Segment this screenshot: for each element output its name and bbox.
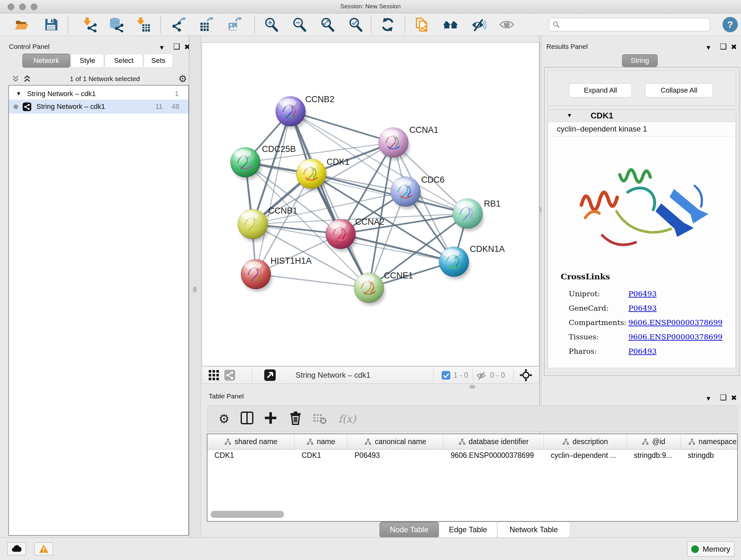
tab-edge-table[interactable]: Edge Table [439, 522, 497, 538]
network-node-label: CCNA1 [409, 125, 439, 135]
network-collection-row[interactable]: ▼ String Network – cdk1 1 [9, 88, 188, 100]
tab-select[interactable]: Select [105, 54, 143, 68]
viewbar-divider [252, 368, 252, 382]
crosslink-link[interactable]: P06493 [628, 347, 657, 355]
show-hidden-icon[interactable] [499, 17, 515, 32]
fit-content-crosshair-icon[interactable] [520, 369, 532, 381]
column-header-database-identifier[interactable]: database identifier [444, 434, 544, 449]
import-table-file-icon[interactable] [135, 17, 151, 32]
crosslink-link[interactable]: P06493 [628, 304, 657, 312]
table-cell[interactable]: stringdb:9... [627, 451, 681, 460]
collection-caret-icon[interactable]: ▼ [16, 91, 21, 97]
memory-button[interactable]: Memory [687, 542, 734, 557]
tab-sets[interactable]: Sets [144, 54, 173, 68]
export-table-icon[interactable] [199, 17, 214, 32]
table-panel-close-icon[interactable]: ✖ [731, 395, 737, 401]
function-builder-icon[interactable]: f(x) [336, 411, 358, 427]
crosslinks-list: Uniprot:P06493GeneCard:P06493Compartment… [569, 287, 729, 358]
warning-status-button[interactable] [35, 543, 53, 555]
gene-section-header[interactable]: ▼ CDK1 [548, 110, 736, 122]
table-cell[interactable]: stringdb [681, 451, 738, 460]
import-network-database-icon[interactable] [109, 17, 124, 32]
network-collection-list: ▼ String Network – cdk1 1 String Network… [8, 85, 189, 536]
column-header-name[interactable]: name [294, 434, 347, 449]
table-cell[interactable]: CDK1 [207, 451, 294, 460]
network-canvas[interactable]: CCNB2CCNA1CDC25BCDK1CDC6RB1CCNB1CCNA2CDK… [202, 43, 539, 366]
tab-string[interactable]: String [622, 54, 658, 67]
selected-checkbox-icon[interactable] [442, 371, 450, 380]
column-header-canonical-name[interactable]: canonical name [347, 434, 444, 449]
expand-all-button[interactable]: Expand All [569, 83, 632, 98]
search-input[interactable] [562, 21, 706, 28]
zoom-fit-icon[interactable] [320, 17, 335, 32]
search-field[interactable] [549, 18, 710, 31]
memory-label: Memory [703, 545, 731, 554]
open-file-icon[interactable] [14, 17, 29, 32]
bottom-splitter-handle[interactable] [469, 385, 475, 388]
left-splitter-handle[interactable] [193, 287, 197, 293]
table-options-gear-icon[interactable]: ⚙ [216, 411, 232, 427]
collapse-all-button[interactable]: Collapse All [645, 83, 713, 98]
network-row-label: String Network – cdk1 [37, 103, 105, 111]
control-panel-collapse-icon[interactable]: ▼ [158, 44, 165, 51]
show-all-networks-icon[interactable] [443, 17, 458, 32]
column-type-icon [562, 438, 569, 445]
tab-network[interactable]: Network [22, 54, 70, 68]
expand-all-icon[interactable] [23, 75, 31, 83]
table-cell[interactable]: P06493 [347, 451, 444, 460]
zoom-selected-icon[interactable] [348, 17, 363, 32]
hidden-node-edge-counter: 0 - 0 [490, 371, 505, 380]
crosslink-link[interactable]: 9606.ENSP00000378699 [628, 333, 723, 341]
network-edge[interactable] [256, 274, 369, 288]
tab-node-table[interactable]: Node Table [380, 522, 439, 538]
crosslink-link[interactable]: P06493 [628, 290, 657, 298]
table-cell[interactable]: CDK1 [294, 451, 347, 460]
status-bar: Memory [0, 537, 741, 560]
table-cell[interactable]: 9606.ENSP00000378699 [444, 451, 544, 460]
window-title: Session: New Session [0, 3, 741, 10]
help-button[interactable]: ? [723, 17, 738, 32]
delete-column-trash-icon[interactable] [287, 411, 304, 427]
search-icon [552, 21, 560, 28]
zoom-out-icon[interactable] [292, 17, 307, 32]
results-panel-float-icon[interactable]: ❑ [720, 44, 727, 50]
show-columns-icon[interactable] [239, 411, 255, 427]
network-options-gear-icon[interactable]: ⚙ [179, 74, 187, 84]
tab-style[interactable]: Style [71, 54, 104, 68]
delete-table-icon[interactable] [312, 411, 328, 427]
export-network-icon[interactable] [171, 17, 186, 32]
column-header-shared-name[interactable]: shared name [207, 434, 294, 449]
export-image-icon[interactable] [227, 17, 243, 32]
control-panel-float-icon[interactable]: ❑ [173, 44, 180, 50]
hide-selected-icon[interactable] [471, 17, 486, 32]
zoom-in-icon[interactable] [264, 17, 279, 32]
birds-eye-view-icon[interactable] [264, 369, 276, 381]
import-network-file-icon[interactable] [82, 17, 97, 32]
table-cell[interactable]: cyclin–dependent ... [544, 451, 627, 460]
column-type-icon [224, 438, 231, 445]
table-row[interactable]: CDK1CDK1P064939606.ENSP00000378699cyclin… [207, 449, 737, 461]
grid-view-icon[interactable] [208, 370, 219, 381]
gene-caret-icon[interactable]: ▼ [567, 112, 572, 119]
collapse-all-icon[interactable] [11, 75, 20, 83]
network-share-icon[interactable] [224, 370, 235, 381]
results-panel-collapse-icon[interactable]: ▼ [705, 44, 712, 51]
add-column-icon[interactable] [263, 411, 279, 427]
column-header-namespace[interactable]: namespace [681, 434, 738, 449]
column-header-description[interactable]: description [544, 434, 627, 449]
network-row-selected[interactable]: String Network – cdk1 11 48 [9, 100, 188, 114]
column-header--id[interactable]: @id [627, 434, 681, 449]
results-panel-close-icon[interactable]: ✖ [731, 44, 737, 50]
save-session-icon[interactable] [44, 17, 59, 32]
network-from-document-icon[interactable] [415, 17, 430, 32]
table-panel-float-icon[interactable]: ❑ [720, 394, 727, 401]
horizontal-scrollbar[interactable] [211, 511, 284, 518]
viewbar-divider [513, 368, 514, 382]
tab-network-table[interactable]: Network Table [497, 522, 570, 538]
hidden-eye-icon[interactable] [476, 370, 487, 381]
table-panel-collapse-icon[interactable]: ▼ [705, 395, 712, 401]
refresh-icon[interactable] [380, 17, 395, 32]
crosslink-link[interactable]: 9606.ENSP00000378699 [628, 318, 723, 327]
column-header-label: @id [652, 437, 665, 446]
cloud-status-button[interactable] [7, 543, 26, 555]
